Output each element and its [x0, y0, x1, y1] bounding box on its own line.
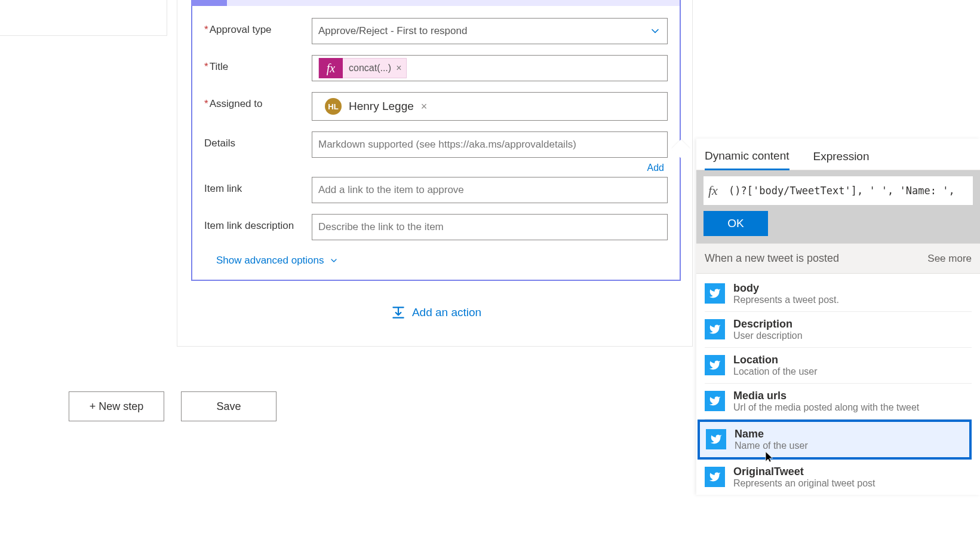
item-link-input[interactable]: Add a link to the item to approve [312, 177, 668, 203]
dc-item-desc: Name of the user [735, 440, 808, 451]
approval-connector-icon [191, 0, 227, 6]
see-more-link[interactable]: See more [927, 253, 972, 265]
dc-item-media-urls[interactable]: Media urls Url of the media posted along… [705, 384, 972, 420]
dc-item-desc: User description [733, 330, 803, 341]
expression-text: ()?['body/TweetText'], ' ', 'Name: ', [729, 185, 955, 197]
chevron-down-icon [329, 256, 339, 265]
expression-input[interactable]: fx ()?['body/TweetText'], ' ', 'Name: ', [703, 176, 973, 205]
dc-item-description[interactable]: Description User description [705, 312, 972, 348]
add-dynamic-content-link[interactable]: Add [204, 163, 668, 173]
dc-item-title: Name [735, 428, 808, 440]
approval-type-value: Approve/Reject - First to respond [318, 25, 467, 37]
dc-item-title: Description [733, 318, 803, 330]
remove-person-icon[interactable]: × [421, 100, 428, 113]
row-details: Details Markdown supported (see https://… [204, 131, 668, 158]
approval-card: *Approval type Approve/Reject - First to… [191, 0, 681, 281]
assigned-person-name: Henry Legge [349, 100, 414, 113]
fx-icon: fx [319, 58, 343, 78]
new-step-button[interactable]: + New step [69, 391, 164, 421]
approval-card-header[interactable] [192, 0, 680, 6]
twitter-icon [705, 391, 725, 411]
dc-item-title: body [733, 282, 839, 295]
item-link-description-placeholder: Describe the link to the item [318, 221, 444, 233]
add-action-link[interactable]: Add an action [191, 305, 681, 320]
dc-item-desc: Represents a tweet post. [733, 295, 839, 305]
dc-item-body[interactable]: body Represents a tweet post. [705, 276, 972, 312]
twitter-icon [705, 355, 725, 375]
tab-dynamic-content[interactable]: Dynamic content [705, 145, 789, 170]
insert-step-icon [391, 305, 406, 320]
details-placeholder: Markdown supported (see https://aka.ms/a… [318, 139, 576, 151]
tab-expression[interactable]: Expression [813, 145, 870, 169]
title-input[interactable]: fx concat(...) × [312, 55, 668, 81]
dc-item-desc: Location of the user [733, 366, 818, 377]
left-panel-edge [0, 0, 167, 36]
chevron-down-icon [649, 25, 661, 37]
label-title: *Title [204, 55, 312, 73]
avatar: HL [325, 98, 342, 115]
title-expression-text: concat(...) [349, 63, 391, 74]
assigned-to-input[interactable]: HL Henry Legge × [312, 92, 668, 121]
dc-item-original-tweet[interactable]: OriginalTweet Represents an original twe… [705, 460, 972, 495]
twitter-icon [705, 319, 725, 339]
label-approval-type: *Approval type [204, 18, 312, 36]
dc-item-desc: Url of the media posted along with the t… [733, 402, 919, 413]
twitter-icon [706, 429, 726, 449]
dc-section-header: When a new tweet is posted See more [696, 243, 980, 274]
twitter-icon [705, 283, 725, 304]
row-item-link-description: Item link description Describe the link … [204, 214, 668, 240]
show-advanced-options-link[interactable]: Show advanced options [204, 251, 339, 273]
dc-section-title: When a new tweet is posted [705, 252, 839, 265]
dc-item-desc: Represents an original tweet post [733, 478, 875, 489]
remove-expression-icon[interactable]: × [396, 63, 401, 74]
label-item-link-description: Item link description [204, 214, 312, 232]
assigned-person-chip[interactable]: HL Henry Legge × [318, 95, 434, 118]
popover-tab-row: Dynamic content Expression [696, 139, 980, 170]
dc-item-title: OriginalTweet [733, 466, 875, 478]
dc-item-list: body Represents a tweet post. Descriptio… [696, 274, 980, 495]
dc-item-title: Location [733, 354, 818, 366]
save-button[interactable]: Save [181, 391, 277, 421]
twitter-icon [705, 467, 725, 487]
ok-button[interactable]: OK [703, 211, 768, 236]
row-title: *Title fx concat(...) × [204, 55, 668, 81]
expression-area: fx ()?['body/TweetText'], ' ', 'Name: ',… [696, 170, 980, 243]
approval-type-dropdown[interactable]: Approve/Reject - First to respond [312, 18, 668, 44]
fx-icon: fx [708, 183, 725, 198]
dc-item-title: Media urls [733, 390, 919, 402]
dynamic-content-popover: Dynamic content Expression fx ()?['body/… [696, 139, 980, 495]
dc-item-name[interactable]: Name Name of the user [698, 420, 972, 460]
bottom-button-bar: + New step Save [69, 391, 277, 421]
title-expression-chip[interactable]: fx concat(...) × [318, 58, 407, 78]
row-item-link: Item link Add a link to the item to appr… [204, 177, 668, 203]
item-link-description-input[interactable]: Describe the link to the item [312, 214, 668, 240]
dc-item-location[interactable]: Location Location of the user [705, 348, 972, 384]
label-details: Details [204, 131, 312, 149]
row-approval-type: *Approval type Approve/Reject - First to… [204, 18, 668, 44]
label-assigned-to: *Assigned to [204, 92, 312, 110]
details-input[interactable]: Markdown supported (see https://aka.ms/a… [312, 131, 668, 158]
label-item-link: Item link [204, 177, 312, 195]
item-link-placeholder: Add a link to the item to approve [318, 184, 464, 196]
approval-form: *Approval type Approve/Reject - First to… [192, 6, 680, 280]
row-assigned-to: *Assigned to HL Henry Legge × [204, 92, 668, 121]
